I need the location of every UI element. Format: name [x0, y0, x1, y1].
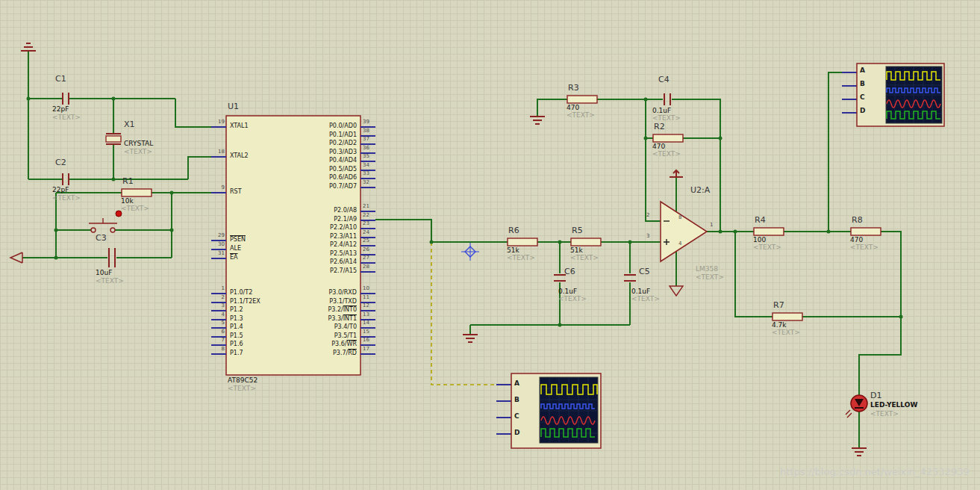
u1-pin-number: 10: [363, 286, 369, 291]
capacitor-c2[interactable]: [63, 173, 69, 185]
u1-pin-number: 27: [363, 255, 369, 261]
resistor-r1[interactable]: [122, 189, 152, 196]
analog-ground-opamp[interactable]: [670, 286, 683, 296]
r2-text: <TEXT>: [652, 151, 681, 158]
c2-value: 22pF: [52, 187, 69, 193]
d1-text: <TEXT>: [870, 411, 899, 418]
u1-pin-name: P2.7/A15: [261, 268, 357, 274]
x1-value: CRYSTAL: [124, 140, 153, 147]
r1-text: <TEXT>: [121, 205, 149, 212]
u1-pin-8[interactable]: [211, 353, 226, 355]
r4-value: 100: [753, 237, 766, 244]
wire-p2-to-filter: [375, 220, 661, 335]
editor-cursor: [461, 243, 479, 261]
u1-pin-name: P2.4/A12: [261, 242, 357, 248]
c6-value: 0.1uF: [558, 288, 577, 295]
resistor-r8[interactable]: [851, 228, 881, 235]
u1-pin-name: P2.0/A8: [261, 208, 357, 214]
u1-pin-name: P0.2/AD2: [261, 140, 357, 146]
u1-pin-name: P1.1/T2EX: [230, 299, 260, 305]
u1-pin-number: 6: [210, 329, 225, 335]
led-d1[interactable]: [846, 395, 867, 418]
d1-value: LED-YELLOW: [870, 402, 917, 409]
u1-pin-name: XTAL2: [230, 153, 249, 159]
resistor-r2[interactable]: [653, 134, 683, 142]
ground-symbols[interactable]: [21, 43, 867, 456]
u1-pin-number: 16: [363, 338, 369, 343]
u1-pin-name: P0.0/AD0: [261, 123, 357, 129]
u1-pin-number: 23: [363, 221, 369, 226]
r4-text: <TEXT>: [753, 244, 781, 251]
junction-dots: [27, 97, 903, 327]
opamp-u2a[interactable]: [661, 202, 707, 261]
schematic-canvas: C1 22pF <TEXT> X1 CRYSTAL <TEXT> C2 22pF…: [0, 0, 980, 490]
u1-pin-31[interactable]: [211, 258, 226, 259]
r8-text: <TEXT>: [850, 244, 878, 251]
u1-pin-32[interactable]: [361, 187, 375, 188]
u1-pin-17[interactable]: [361, 353, 375, 355]
u1-pin-name: RST: [230, 189, 242, 195]
c4-ref: C4: [658, 75, 670, 84]
resistor-r5[interactable]: [571, 238, 601, 246]
u1-pin-number: 26: [363, 247, 369, 252]
c4-value: 0.1uF: [652, 108, 671, 114]
u1-pin-number: 38: [363, 128, 369, 134]
u1-pin-name: P3.6/WR: [261, 341, 357, 347]
u1-pin-name: XTAL1: [230, 123, 249, 129]
d1-ref: D1: [870, 391, 881, 400]
u1-pin-9[interactable]: [211, 192, 226, 193]
wire-scope-tap-dashed[interactable]: [431, 242, 496, 385]
r1-value: 10k: [121, 198, 134, 205]
power-terminal[interactable]: [670, 170, 683, 177]
u1-pin-number: 17: [363, 347, 369, 352]
input-arrow-terminal[interactable]: [10, 252, 22, 263]
r3-value: 470: [567, 105, 579, 111]
r5-ref: R5: [572, 226, 583, 235]
r2-ref: R2: [654, 122, 665, 131]
r5-text: <TEXT>: [570, 255, 599, 261]
scope-bottom-channel-d: D: [514, 429, 519, 436]
u1-pin-19[interactable]: [211, 126, 226, 128]
c1-value: 22pF: [52, 106, 69, 113]
u1-pin-28[interactable]: [361, 271, 375, 273]
c5-ref: C5: [639, 267, 650, 276]
u1-pin-number: 34: [363, 163, 369, 168]
c3-text: <TEXT>: [96, 278, 124, 285]
u1-pin-number: 22: [363, 213, 369, 218]
u1-pin-name: P1.0/T2: [230, 290, 252, 296]
u1-pin-name: P2.3/A11: [261, 234, 357, 240]
oscilloscope-top[interactable]: [857, 63, 944, 126]
u1-pin-name: P2.2/A10: [261, 225, 357, 231]
push-button[interactable]: [89, 218, 117, 232]
c1-text: <TEXT>: [52, 114, 81, 121]
oscilloscope-bottom[interactable]: [511, 373, 601, 448]
u1-pin-number: 11: [363, 295, 369, 300]
c2-text: <TEXT>: [52, 195, 81, 202]
capacitor-c1[interactable]: [63, 93, 69, 105]
u2-pin-non: 3: [646, 234, 649, 239]
capacitor-c4[interactable]: [664, 93, 670, 105]
capacitor-c3[interactable]: [109, 248, 115, 267]
resistor-r7[interactable]: [773, 313, 802, 320]
x1-ref: X1: [124, 120, 135, 128]
resistor-r3[interactable]: [567, 96, 597, 103]
capacitor-c5[interactable]: [624, 275, 636, 281]
crystal-x1[interactable]: [106, 134, 121, 144]
u1-pin-number: 5: [210, 320, 225, 326]
u1-pin-name: P2.1/A9: [261, 217, 357, 223]
u1-pin-name: P0.7/AD7: [261, 184, 357, 190]
u1-pin-name: P3.7/RD: [261, 350, 357, 356]
wire-feedback: [537, 99, 720, 232]
c1-ref: C1: [55, 75, 66, 83]
u1-pin-name: P1.3: [230, 316, 243, 322]
c6-ref: C6: [564, 267, 575, 276]
r1-ref: R1: [122, 177, 134, 185]
led-emission-arrows: [846, 410, 852, 418]
resistor-r6[interactable]: [508, 238, 537, 246]
u1-pin-name: P2.6/A14: [261, 259, 357, 265]
u1-pin-18[interactable]: [211, 156, 226, 158]
u1-part: AT89C52: [228, 377, 258, 384]
u1-pin-number: 36: [363, 146, 369, 151]
u1-pin-number: 7: [210, 338, 225, 343]
resistor-r4[interactable]: [754, 228, 784, 235]
